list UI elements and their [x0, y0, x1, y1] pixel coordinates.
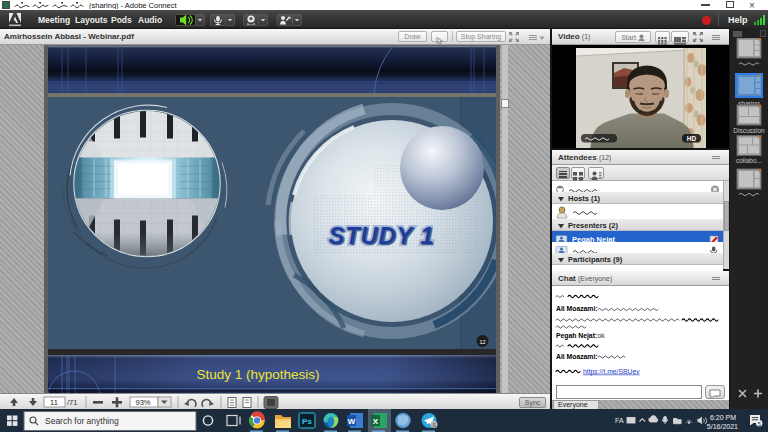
- svg-text:ok: ok: [598, 332, 606, 339]
- svg-text:5/16/2021: 5/16/2021: [707, 423, 738, 430]
- svg-text:Search for anything: Search for anything: [45, 416, 119, 426]
- svg-text:11: 11: [50, 398, 58, 407]
- svg-text:S: S: [432, 422, 436, 428]
- svg-text:93%: 93%: [135, 398, 150, 407]
- svg-text:/71: /71: [67, 398, 77, 407]
- svg-text:(sharing) - Adobe Connect: (sharing) - Adobe Connect: [89, 1, 177, 9]
- svg-text:Pegah Nejat:: Pegah Nejat:: [556, 332, 597, 340]
- svg-text:Ps: Ps: [302, 417, 312, 426]
- svg-text:STUDY 1: STUDY 1: [329, 223, 435, 249]
- svg-text:collabo...: collabo...: [736, 157, 762, 164]
- svg-text:W: W: [348, 417, 356, 426]
- svg-text:Ali Moazami:: Ali Moazami:: [556, 305, 598, 312]
- svg-text:Ali Moazami:: Ali Moazami:: [556, 353, 598, 360]
- svg-text:6:20 PM: 6:20 PM: [710, 414, 736, 421]
- svg-text:FA: FA: [615, 417, 624, 424]
- svg-text:https://t.me/SBUev: https://t.me/SBUev: [583, 368, 640, 376]
- svg-text:5: 5: [758, 421, 761, 427]
- svg-text:12: 12: [479, 339, 485, 345]
- svg-text:Study 1 (hypothesis): Study 1 (hypothesis): [196, 367, 319, 382]
- svg-text:X: X: [373, 417, 379, 426]
- svg-text:Discussion: Discussion: [733, 127, 765, 134]
- svg-text:HD: HD: [687, 135, 697, 142]
